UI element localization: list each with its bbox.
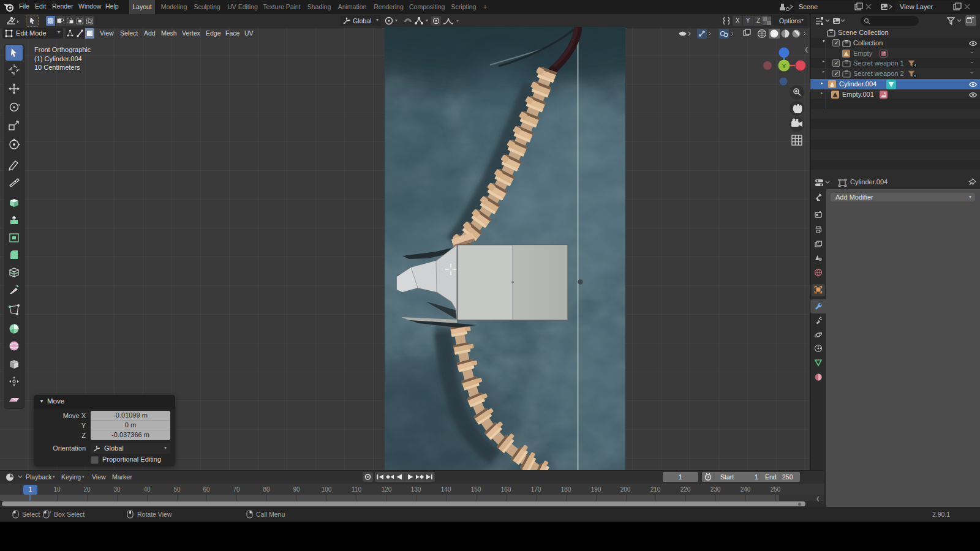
svg-text:Y: Y bbox=[782, 63, 786, 69]
